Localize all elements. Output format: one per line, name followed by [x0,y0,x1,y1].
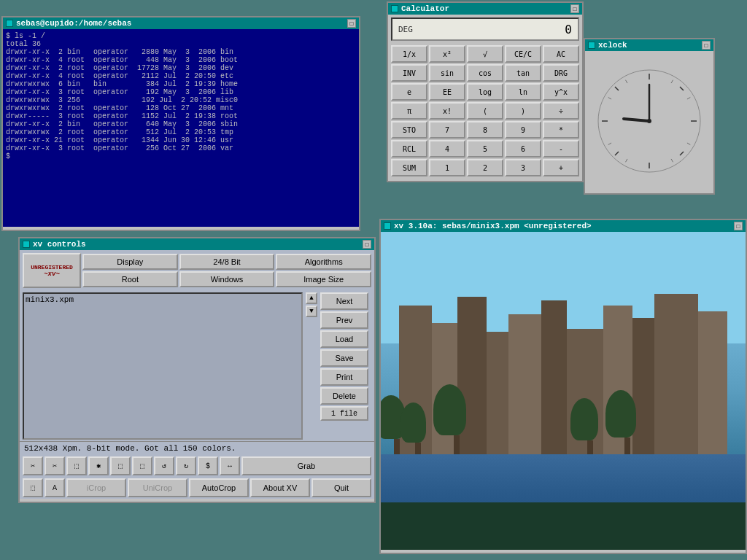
tool-btn-arrows[interactable]: ↔ [220,456,240,475]
tree-2 [410,402,426,461]
xclock-maximize-btn[interactable]: □ [702,41,711,50]
calc-btn-pi[interactable]: π [391,102,427,120]
xv-image-content [381,232,746,550]
tool-btn-dollar[interactable]: $ [198,456,218,475]
display-button[interactable]: Display [82,254,178,270]
calc-btn-cos[interactable]: cos [467,64,503,82]
calc-btn-log[interactable]: log [467,83,503,101]
calc-btn-e[interactable]: e [391,83,427,101]
xv-controls-maximize-btn[interactable]: □ [363,240,371,249]
calc-btn-sqrt[interactable]: √ [467,45,503,63]
print-button[interactable]: Print [320,368,368,386]
xv-status-bar: 512x438 Xpm. 8-bit mode. Got all 150 col… [20,441,374,455]
xv-controls-icon [23,241,30,248]
calculator-title: Calculator [401,4,449,13]
xv-filelist[interactable]: minix3.xpm [23,292,303,440]
tree-5 [618,390,636,461]
image-size-button[interactable]: Image Size [276,271,371,287]
tool-btn-4[interactable]: ✱ [88,456,109,475]
tree-3 [446,384,466,461]
calc-btn-minus[interactable]: - [543,140,579,158]
save-button[interactable]: Save [320,349,368,367]
unicrop-button[interactable]: UniCrop [128,478,187,497]
calc-btn-plus[interactable]: + [543,159,579,176]
calc-btn-drg[interactable]: DRG [543,64,579,82]
calc-btn-7[interactable]: 7 [429,121,465,139]
scroll-down-btn[interactable]: ▼ [306,306,317,317]
calc-btn-rcl[interactable]: RCL [391,140,427,158]
xv-file-item[interactable]: minix3.xpm [26,295,300,304]
xv-btn-row-1: Display 24/8 Bit Algorithms [82,254,371,270]
clock-face [585,51,713,190]
algorithms-button[interactable]: Algorithms [276,254,371,270]
tool-btn-6[interactable]: ⬚ [132,456,152,475]
calc-btn-ee[interactable]: EE [429,83,465,101]
next-button[interactable]: Next [320,292,368,310]
terminal-maximize-btn[interactable]: □ [347,19,356,28]
grab-button[interactable]: Grab [241,456,371,475]
calc-value: 0 [565,23,572,36]
prev-button[interactable]: Prev [320,311,368,329]
xclock-icon [588,42,595,49]
amsterdam-photo [381,232,746,550]
calc-btn-3[interactable]: 3 [505,159,541,176]
calc-row-3: e EE log ln y^x [391,83,579,101]
calc-btn-sto[interactable]: STO [391,121,427,139]
calc-btn-rparen[interactable]: ) [505,102,541,120]
tool-btn-a[interactable]: A [44,478,65,497]
calc-btn-inv[interactable]: INV [391,64,427,82]
calc-btn-4[interactable]: 4 [429,140,465,158]
xclock-window: xclock □ [584,38,715,195]
calc-btn-fact[interactable]: x! [429,102,465,120]
xv-action-buttons: Next Prev Load Save Print Delete 1 file [320,292,371,440]
calc-btn-mul[interactable]: * [543,121,579,139]
xv-unregistered-badge[interactable]: UNREGISTERED ~xv~ [23,253,81,288]
calc-row-2: INV sin cos tan DRG [391,64,579,82]
calc-btn-2[interactable]: 2 [467,159,503,176]
calc-btn-sq[interactable]: x² [429,45,465,63]
xv-controls-content: UNREGISTERED ~xv~ Display 24/8 Bit Algor… [20,250,374,499]
root-button[interactable]: Root [82,271,178,287]
calc-btn-8[interactable]: 8 [467,121,503,139]
tool-btn-3[interactable]: ⬚ [66,456,87,475]
xv-image-maximize-btn[interactable]: □ [734,222,743,230]
calc-btn-lparen[interactable]: ( [467,102,503,120]
icrop-button[interactable]: iCrop [66,478,126,497]
calculator-maximize-btn[interactable]: □ [570,4,579,13]
24bit-button[interactable]: 24/8 Bit [179,254,275,270]
calc-row-1: 1/x x² √ CE/C AC [391,45,579,63]
calc-row-7: SUM 1 2 3 + [391,159,579,176]
terminal-title: sebas@cupido:/home/sebas [16,19,131,28]
calc-btn-9[interactable]: 9 [505,121,541,139]
load-button[interactable]: Load [320,330,368,348]
terminal-titlebar: sebas@cupido:/home/sebas □ [3,18,359,29]
tool-btn-a-icon[interactable]: ⬚ [23,478,43,497]
tool-btn-1[interactable]: ✂ [23,456,43,475]
delete-button[interactable]: Delete [320,387,368,405]
tool-btn-redo[interactable]: ↻ [176,456,196,475]
terminal-content[interactable]: $ ls -1 / total 36 drwxr-xr-x 2 bin oper… [3,29,359,227]
autocrop-button[interactable]: AutoCrop [189,478,249,497]
xv-controls-window: xv controls □ UNREGISTERED ~xv~ Display … [18,237,376,503]
calc-btn-sin[interactable]: sin [429,64,465,82]
calc-btn-ln[interactable]: ln [505,83,541,101]
tool-btn-undo[interactable]: ↺ [154,456,174,475]
tool-btn-2[interactable]: ✂ [44,456,65,475]
calc-btn-6[interactable]: 6 [505,140,541,158]
calc-btn-ce[interactable]: CE/C [505,45,541,63]
calc-btn-5[interactable]: 5 [467,140,503,158]
about-button[interactable]: About XV [250,478,310,497]
calc-btn-1[interactable]: 1 [429,159,465,176]
calc-btn-inv-x[interactable]: 1/x [391,45,427,63]
tool-btn-5[interactable]: ⬚ [110,456,131,475]
windows-button[interactable]: Windows [179,271,275,287]
calc-btn-sum[interactable]: SUM [391,159,427,176]
calc-btn-div[interactable]: ÷ [543,102,579,120]
calc-btn-yx[interactable]: y^x [543,83,579,101]
calc-btn-ac[interactable]: AC [543,45,579,63]
calculator-display: DEG 0 [391,18,579,41]
scroll-up-btn[interactable]: ▲ [306,292,317,304]
quit-button[interactable]: Quit [311,478,371,497]
calc-btn-tan[interactable]: tan [505,64,541,82]
terminal-icon [6,20,13,27]
